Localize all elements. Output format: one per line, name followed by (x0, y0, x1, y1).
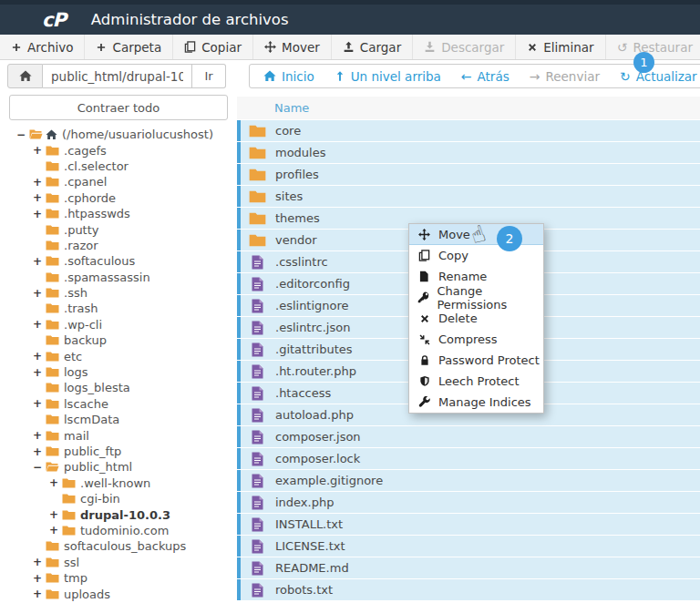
expand-icon[interactable]: + (33, 588, 46, 600)
context-menu-item-password-protect[interactable]: Password Protect (409, 350, 543, 371)
expand-icon[interactable]: + (33, 191, 46, 204)
expand-icon[interactable]: + (49, 508, 62, 521)
tree-item-public-ftp[interactable]: +public_ftp (9, 444, 228, 459)
file-name: .gitattributes (275, 342, 353, 356)
tree-item-lscmdata[interactable]: lscmData (9, 412, 228, 427)
tree-item-spamassassin[interactable]: .spamassassin (9, 270, 228, 285)
context-menu-item-leech-protect[interactable]: Leech Protect (409, 371, 543, 392)
context-menu-item-compress[interactable]: Compress (409, 329, 543, 350)
tree-item-label: drupal-10.0.3 (80, 508, 170, 522)
file-doc-icon (252, 430, 263, 445)
toolbar-button-restaurar[interactable]: ↺Restaurar (606, 35, 700, 59)
tree-item-wp-cli[interactable]: +.wp-cli (9, 317, 228, 332)
name-column-header[interactable]: Name (274, 101, 309, 115)
row-icon-cell (247, 125, 267, 138)
expand-icon[interactable]: + (33, 429, 46, 442)
tree-item-tudominio-com[interactable]: +tudominio.com (9, 523, 228, 538)
tree-item-cgi-bin[interactable]: cgi-bin (9, 491, 228, 506)
folder-icon (46, 320, 59, 330)
expand-icon[interactable]: + (33, 255, 46, 268)
tree-item-trash[interactable]: .trash (9, 301, 228, 316)
folder-icon (46, 146, 59, 156)
tree-item-cl-selector[interactable]: .cl.selector (9, 158, 228, 174)
file-row-core[interactable]: core (237, 120, 700, 141)
toolbar-button-eliminar[interactable]: Eliminar (516, 35, 605, 59)
expand-icon[interactable]: + (33, 572, 46, 585)
file-row-sites[interactable]: sites (237, 186, 700, 207)
nav-button-inicio[interactable]: Inicio (253, 69, 324, 84)
file-doc-icon (252, 408, 263, 423)
file-row-example-gitignore[interactable]: example.gitignore (237, 470, 700, 491)
go-button[interactable]: Ir (192, 64, 226, 88)
tree-item-ssl[interactable]: +ssl (9, 555, 228, 570)
expand-icon[interactable]: + (49, 476, 62, 489)
tree-item-softaculous[interactable]: +.softaculous (9, 253, 228, 269)
file-row-modules[interactable]: modules (237, 142, 700, 163)
collapse-icon[interactable]: − (33, 461, 46, 474)
file-row-composer-lock[interactable]: composer.lock (237, 448, 700, 469)
expand-icon[interactable]: + (33, 208, 46, 220)
row-icon-cell (247, 452, 267, 466)
tree-item-drupal-10-0-3[interactable]: +drupal-10.0.3 (9, 506, 228, 522)
list-column-header-row: Name (237, 97, 700, 119)
expand-icon[interactable]: + (33, 366, 46, 379)
tree-item-logs-blesta[interactable]: logs_blesta (9, 380, 228, 395)
home-solid-icon (46, 129, 57, 140)
expand-icon[interactable]: + (33, 350, 46, 363)
nav-button-actualizar[interactable]: ↻Actualizar (610, 69, 700, 84)
nav-button-reenviar[interactable]: →Reenviar (520, 69, 610, 84)
tree-item-tmp[interactable]: +tmp (9, 570, 228, 586)
expand-icon[interactable]: + (33, 318, 46, 331)
path-input[interactable] (43, 64, 192, 88)
nav-button-un-nivel-arriba[interactable]: Un nivel arriba (324, 69, 451, 84)
tree-item-cpanel[interactable]: +.cpanel (9, 174, 228, 189)
tree-item-uploads[interactable]: +uploads (9, 586, 228, 601)
tree-item-ssh[interactable]: +.ssh (9, 285, 228, 301)
tree-item-htpasswds[interactable]: +.htpasswds (9, 206, 228, 221)
context-menu-item-change-permissions[interactable]: Change Permissions (409, 287, 543, 308)
tree-item-softaculous-backups[interactable]: softaculous_backups (9, 538, 228, 554)
expand-icon[interactable]: + (33, 445, 46, 458)
file-row-readme-md[interactable]: README.md (237, 557, 700, 578)
file-row-profiles[interactable]: profiles (237, 164, 700, 185)
folder-icon (46, 399, 59, 409)
toolbar-button-copiar[interactable]: Copiar (173, 35, 253, 59)
tree-item-cagefs[interactable]: +.cagefs (9, 142, 228, 158)
expand-icon[interactable]: + (33, 287, 46, 300)
toolbar-button-cargar[interactable]: Cargar (332, 35, 413, 59)
path-home-button[interactable] (7, 64, 43, 88)
toolbar-button-archivo[interactable]: Archivo (0, 35, 85, 59)
tree-item-public-html[interactable]: −public_html (9, 459, 228, 475)
collapse-icon[interactable]: − (16, 128, 29, 141)
nav-button-atr-s[interactable]: ←Atrás (451, 69, 520, 84)
folder-icon (46, 573, 59, 583)
tree-item-well-known[interactable]: +.well-known (9, 475, 228, 491)
tree-item-home-usuariolucushost[interactable]: −(/home/usuariolucushost) (9, 127, 228, 142)
tree-item-label: tmp (64, 571, 88, 585)
toolbar-button-mover[interactable]: Mover (253, 35, 332, 59)
expand-icon[interactable]: + (33, 176, 46, 189)
tree-item-mail[interactable]: +mail (9, 427, 228, 443)
toolbar-button-descargar[interactable]: Descargar (413, 35, 516, 59)
file-row-install-txt[interactable]: INSTALL.txt (237, 514, 700, 535)
expand-icon[interactable]: + (49, 524, 62, 537)
file-row-robots-txt[interactable]: robots.txt (237, 579, 700, 600)
tree-item-putty[interactable]: .putty (9, 221, 228, 237)
expand-icon[interactable]: + (33, 397, 46, 410)
collapse-all-button[interactable]: Contraer todo (9, 95, 228, 120)
tree-item-cphorde[interactable]: +.cphorde (9, 190, 228, 206)
context-menu-item-manage-indices[interactable]: Manage Indices (409, 392, 543, 413)
tree-item-etc[interactable]: +etc (9, 348, 228, 363)
tree-item-logs[interactable]: +logs (9, 364, 228, 380)
expand-icon[interactable]: + (33, 556, 46, 568)
toolbar-button-carpeta[interactable]: Carpeta (85, 35, 173, 59)
expand-icon[interactable]: + (33, 144, 46, 157)
file-row-composer-json[interactable]: composer.json (237, 426, 700, 447)
tree-item-razor[interactable]: .razor (9, 238, 228, 253)
file-row-index-php[interactable]: index.php (237, 492, 700, 513)
tree-item-lscache[interactable]: +lscache (9, 396, 228, 412)
sidebar: Contraer todo −(/home/usuariolucushost)+… (0, 93, 235, 602)
file-row-license-txt[interactable]: LICENSE.txt (237, 536, 700, 557)
file-doc-icon (252, 386, 263, 401)
tree-item-backup[interactable]: backup (9, 332, 228, 348)
